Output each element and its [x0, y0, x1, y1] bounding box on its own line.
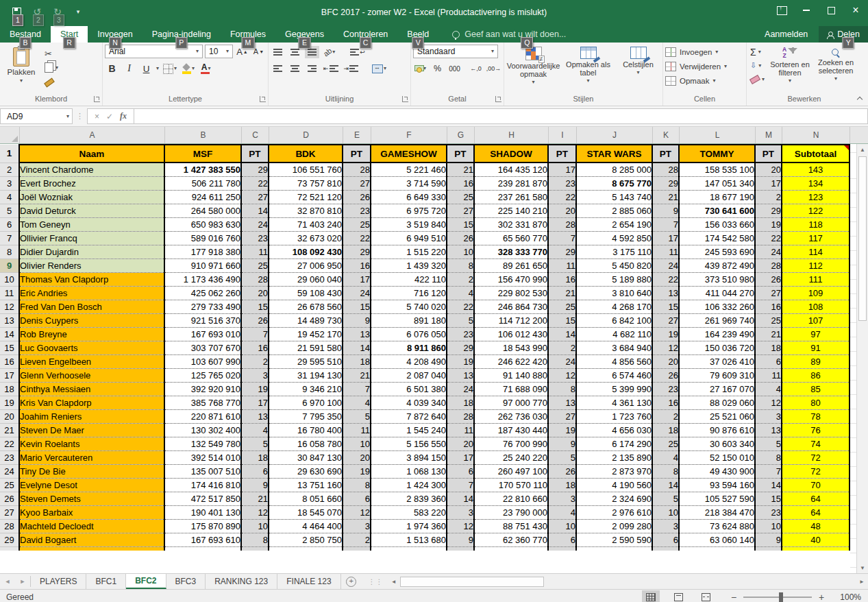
points-cell[interactable]: 14 — [343, 341, 371, 354]
column-title-cell[interactable]: PT — [548, 145, 576, 162]
points-cell[interactable]: 7 — [241, 327, 269, 341]
points-cell[interactable]: 4 — [548, 505, 576, 519]
score-cell[interactable]: 2 654 190 — [576, 217, 652, 231]
row-header[interactable]: 5 — [0, 204, 19, 217]
points-cell[interactable]: 24 — [652, 258, 679, 272]
points-cell[interactable]: 11 — [343, 423, 371, 437]
zoom-level[interactable]: 100% — [835, 592, 861, 602]
points-cell[interactable]: 28 — [447, 409, 474, 423]
sheet-tab-ranking-123[interactable]: RANKING 123 — [206, 574, 277, 589]
points-cell[interactable]: 7 — [755, 464, 782, 478]
score-cell[interactable]: 220 871 610 — [164, 409, 241, 423]
row-header[interactable]: 17 — [0, 368, 19, 382]
column-header-I[interactable]: I — [549, 127, 577, 143]
points-cell[interactable]: 2 — [447, 272, 474, 286]
score-cell[interactable]: 31 194 130 — [269, 368, 343, 382]
score-cell[interactable]: 71 688 090 — [474, 382, 548, 396]
vertical-scrollbar[interactable]: ▲ ▼ — [856, 144, 868, 573]
points-cell[interactable]: 22 — [343, 231, 371, 245]
player-name-cell[interactable]: Tom Geneyn — [19, 217, 164, 231]
player-name-cell[interactable]: Joël Wozniak — [19, 190, 164, 204]
subtotal-cell[interactable]: 72 — [782, 450, 850, 464]
column-header-N[interactable]: N — [782, 127, 850, 143]
autosum-button[interactable]: Σ▾ — [749, 46, 766, 58]
points-cell[interactable]: 2 — [241, 354, 269, 368]
points-cell[interactable]: 20 — [343, 450, 371, 464]
score-cell[interactable]: 16 058 780 — [269, 437, 343, 450]
points-cell[interactable]: 10 — [343, 437, 371, 450]
sort-filter-button[interactable]: AZ Sorteren en filteren ▾ — [769, 45, 811, 93]
font-size-select[interactable]: 10▾ — [205, 45, 233, 58]
clear-button[interactable]: ▾ — [749, 73, 766, 85]
score-cell[interactable]: 239 281 870 — [474, 176, 548, 190]
points-cell[interactable]: 8 — [755, 450, 782, 464]
score-cell[interactable]: 2 087 040 — [371, 368, 447, 382]
score-cell[interactable]: 6 076 050 — [371, 327, 447, 341]
points-cell[interactable]: 27 — [447, 204, 474, 217]
score-cell[interactable]: 103 607 990 — [164, 354, 241, 368]
points-cell[interactable]: 19 — [548, 423, 576, 437]
score-cell[interactable]: 130 302 400 — [164, 423, 241, 437]
score-cell[interactable]: 650 983 630 — [164, 217, 241, 231]
score-cell[interactable]: 6 970 100 — [269, 396, 343, 409]
score-cell[interactable]: 392 920 910 — [164, 382, 241, 396]
score-cell[interactable]: 1 513 680 — [371, 533, 447, 546]
score-cell[interactable]: 97 000 770 — [474, 396, 548, 409]
player-name-cell[interactable]: Steven Demets — [19, 492, 164, 505]
subtotal-cell[interactable]: 118 — [782, 217, 850, 231]
points-cell[interactable]: 28 — [343, 162, 371, 176]
delete-cells-button[interactable]: Verwijderen▾ — [665, 59, 744, 73]
score-cell[interactable]: 5 221 460 — [371, 162, 447, 176]
subtotal-cell[interactable]: 48 — [782, 519, 850, 533]
score-cell[interactable]: 2 590 590 — [576, 533, 652, 546]
points-cell[interactable]: 15 — [548, 313, 576, 327]
points-cell[interactable]: 16 — [755, 300, 782, 313]
points-cell[interactable]: 21 — [652, 190, 679, 204]
score-cell[interactable]: 164 239 490 — [679, 327, 755, 341]
points-cell[interactable]: 6 — [755, 354, 782, 368]
row-header[interactable]: 28 — [0, 519, 19, 533]
column-header-D[interactable]: D — [269, 127, 343, 143]
score-cell[interactable]: 93 594 160 — [679, 478, 755, 492]
subtotal-cell[interactable]: 89 — [782, 354, 850, 368]
points-cell[interactable]: 5 — [548, 450, 576, 464]
align-left-button[interactable] — [271, 62, 285, 75]
points-cell[interactable]: 14 — [548, 327, 576, 341]
score-cell[interactable]: 89 261 650 — [474, 258, 548, 272]
row-header[interactable]: 4 — [0, 190, 19, 204]
score-cell[interactable]: 5 189 880 — [576, 272, 652, 286]
points-cell[interactable]: 21 — [447, 162, 474, 176]
points-cell[interactable]: 23 — [343, 204, 371, 217]
points-cell[interactable]: 11 — [241, 245, 269, 258]
align-top-button[interactable] — [271, 46, 285, 58]
qat-customize-button[interactable]: ▾ — [73, 6, 84, 17]
score-cell[interactable]: 910 971 660 — [164, 258, 241, 272]
points-cell[interactable]: 5 — [755, 437, 782, 450]
column-header-C[interactable]: C — [242, 127, 269, 143]
column-title-cell[interactable]: BDK — [269, 145, 343, 162]
score-cell[interactable]: 114 712 200 — [474, 313, 548, 327]
points-cell[interactable]: 4 — [241, 423, 269, 437]
points-cell[interactable]: 8 — [652, 464, 679, 478]
subtotal-cell[interactable]: 134 — [782, 176, 850, 190]
score-cell[interactable]: 156 033 660 — [679, 217, 755, 231]
dialog-launcher-icon[interactable] — [402, 96, 408, 102]
comma-style-button[interactable]: 000 — [447, 62, 462, 75]
score-cell[interactable]: 246 622 420 — [474, 354, 548, 368]
score-cell[interactable]: 279 733 490 — [164, 300, 241, 313]
score-cell[interactable]: 6 649 330 — [371, 190, 447, 204]
name-box[interactable]: AD9▾ — [0, 108, 73, 124]
view-page-break-button[interactable] — [697, 590, 715, 602]
points-cell[interactable]: 21 — [343, 368, 371, 382]
player-name-cell[interactable]: Vincent Chardome — [19, 162, 164, 176]
row-header[interactable]: 19 — [0, 396, 19, 409]
score-cell[interactable]: 3 894 150 — [371, 450, 447, 464]
column-header-A[interactable]: A — [20, 127, 165, 143]
subtotal-cell[interactable]: 108 — [782, 300, 850, 313]
decrease-indent-button[interactable]: ⇤ — [322, 62, 340, 75]
points-cell[interactable]: 7 — [343, 382, 371, 396]
undo-button[interactable]: ↺ 2 — [32, 6, 42, 17]
score-cell[interactable]: 6 842 100 — [576, 313, 652, 327]
points-cell[interactable]: 13 — [755, 423, 782, 437]
score-cell[interactable]: 73 624 880 — [679, 519, 755, 533]
